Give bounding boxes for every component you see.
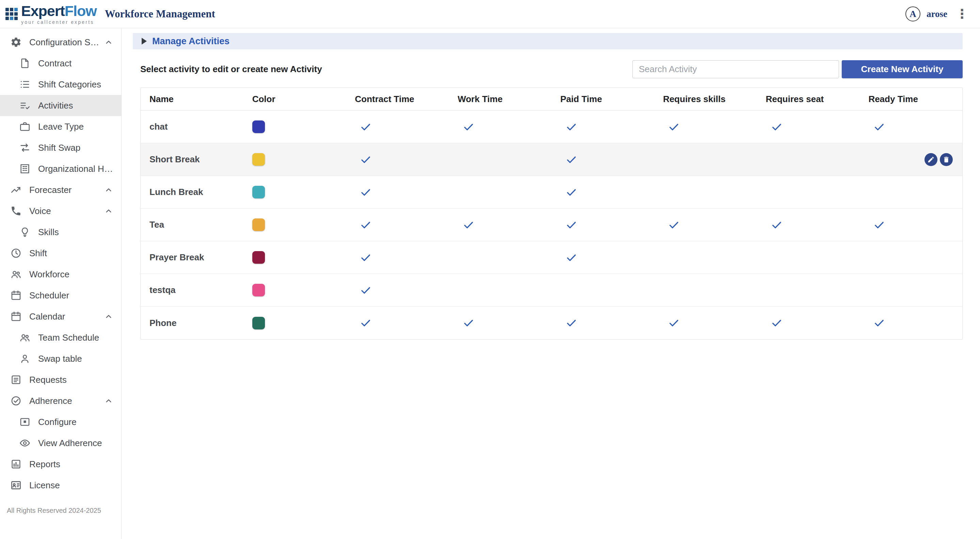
sidebar-item-calendar[interactable]: Calendar [0, 306, 121, 327]
delete-button[interactable] [940, 153, 953, 166]
sidebar-item-swap-table[interactable]: Swap table [0, 348, 121, 369]
activities-table: NameColorContract TimeWork TimePaid Time… [140, 87, 963, 339]
configure-icon [19, 416, 31, 428]
activity-name: Prayer Break [141, 252, 243, 263]
sidebar-item-workforce[interactable]: Workforce [0, 264, 121, 285]
sidebar-item-configure[interactable]: Configure [0, 411, 121, 433]
check-icon [668, 317, 680, 329]
sidebar-item-label: Shift [29, 248, 47, 258]
check-icon [873, 121, 885, 133]
kebab-menu-icon[interactable] [953, 8, 970, 21]
activity-name: testqa [141, 285, 243, 295]
check-icon [360, 219, 372, 231]
sidebar-item-skills[interactable]: Skills [0, 222, 121, 243]
sidebar-item-shift[interactable]: Shift [0, 243, 121, 264]
file-icon [19, 57, 31, 69]
chevron-up-icon [103, 206, 114, 216]
create-new-activity-button[interactable]: Create New Activity [842, 60, 963, 78]
sidebar-item-label: Leave Type [38, 122, 84, 132]
sidebar-item-voice[interactable]: Voice [0, 200, 121, 222]
table-row-lunch-break[interactable]: Lunch Break [141, 176, 962, 209]
sidebar-item-adherence[interactable]: Adherence [0, 390, 121, 411]
chevron-up-icon [103, 185, 114, 195]
sidebar-item-label: Adherence [29, 396, 72, 406]
column-header-requires-skills: Requires skills [654, 94, 757, 105]
sidebar-item-contract[interactable]: Contract [0, 53, 121, 74]
expand-triangle-icon [142, 38, 147, 44]
check-icon [360, 154, 372, 166]
activities-icon [19, 100, 31, 111]
sidebar-item-label: Calendar [29, 311, 65, 322]
activity-name: chat [141, 122, 243, 132]
sidebar-item-label: Shift Swap [38, 143, 80, 153]
activity-name: Tea [141, 219, 243, 230]
brand-name-flow: Flow [65, 3, 97, 19]
color-swatch [252, 186, 265, 198]
sidebar-item-scheduler[interactable]: Scheduler [0, 285, 121, 306]
sidebar-item-shift-swap[interactable]: Shift Swap [0, 137, 121, 158]
delete-trash-icon [943, 156, 950, 163]
sidebar-item-leave-type[interactable]: Leave Type [0, 116, 121, 137]
check-icon [771, 317, 783, 329]
list-icon [19, 79, 31, 90]
activity-name: Lunch Break [141, 187, 243, 197]
activity-name: Short Break [141, 154, 243, 165]
sidebar-item-activities[interactable]: Activities [0, 95, 121, 116]
brand-tagline: your callcenter experts [21, 20, 97, 24]
row-actions [924, 153, 953, 166]
color-swatch [252, 251, 265, 264]
license-icon [10, 479, 22, 491]
avatar[interactable]: A [905, 6, 920, 21]
avatar-initial: A [910, 9, 916, 19]
check-icon [565, 121, 578, 133]
check-icon [565, 252, 578, 264]
logo-grid-icon [5, 8, 18, 20]
check-icon [565, 317, 578, 329]
check-icon [360, 186, 372, 198]
check-icon [360, 252, 372, 264]
sidebar-item-license[interactable]: License [0, 475, 121, 496]
table-row-phone[interactable]: Phone [141, 307, 962, 339]
sidebar-item-forecaster[interactable]: Forecaster [0, 179, 121, 200]
page-subtitle: Select activity to edit or create new Ac… [140, 64, 322, 75]
sidebar-item-label: Shift Categories [38, 79, 101, 90]
eye-icon [19, 437, 31, 449]
check-icon [771, 219, 783, 231]
check-icon [462, 121, 475, 133]
table-header-row: NameColorContract TimeWork TimePaid Time… [141, 88, 962, 111]
check-icon [668, 121, 680, 133]
check-icon [668, 219, 680, 231]
column-header-name: Name [141, 94, 243, 105]
check-icon [565, 154, 578, 166]
sidebar: Configuration SettingsContractShift Cate… [0, 28, 122, 539]
sidebar-item-label: License [29, 480, 60, 491]
search-activity-input[interactable] [632, 60, 839, 78]
edit-pencil-icon [927, 156, 935, 163]
clock-icon [10, 247, 22, 259]
sidebar-item-shift-categories[interactable]: Shift Categories [0, 74, 121, 95]
manage-activities-accordion[interactable]: Manage Activities [133, 33, 963, 49]
sidebar-item-label: Configure [38, 417, 76, 427]
sidebar-item-configuration-settings[interactable]: Configuration Settings [0, 32, 121, 53]
table-row-chat[interactable]: chat [141, 111, 962, 143]
calendar-icon [10, 290, 22, 301]
sidebar-item-label: Workforce [29, 269, 70, 280]
sidebar-item-organizational-hierarchy[interactable]: Organizational Hierarchy [0, 158, 121, 179]
table-row-tea[interactable]: Tea [141, 209, 962, 241]
sidebar-item-label: Team Schedule [38, 333, 99, 343]
check-icon [771, 121, 783, 133]
app-header: ExpertFlow your callcenter experts Workf… [0, 0, 980, 28]
table-row-testqa[interactable]: testqa [141, 274, 962, 307]
edit-button[interactable] [924, 153, 937, 166]
sidebar-item-label: Swap table [38, 354, 82, 364]
sidebar-item-team-schedule[interactable]: Team Schedule [0, 327, 121, 348]
sidebar-item-label: Contract [38, 58, 72, 69]
requests-icon [10, 374, 22, 385]
sidebar-item-requests[interactable]: Requests [0, 369, 121, 390]
table-row-prayer-break[interactable]: Prayer Break [141, 241, 962, 274]
sidebar-item-label: Organizational Hierarchy [38, 164, 114, 174]
table-row-short-break[interactable]: Short Break [141, 143, 962, 176]
sidebar-item-label: View Adherence [38, 438, 102, 449]
sidebar-item-view-adherence[interactable]: View Adherence [0, 433, 121, 453]
sidebar-item-reports[interactable]: Reports [0, 453, 121, 475]
